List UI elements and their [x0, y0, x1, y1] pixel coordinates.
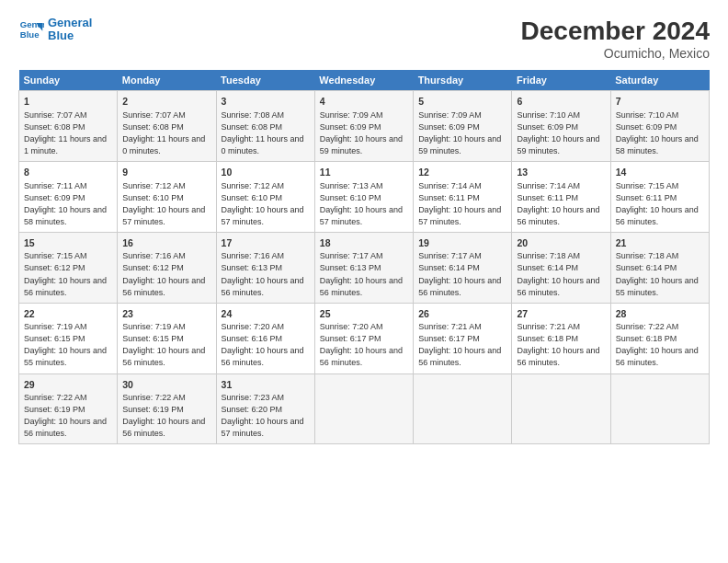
- day-number: 1: [24, 95, 112, 109]
- calendar-cell: 20Sunrise: 7:18 AMSunset: 6:14 PMDayligh…: [512, 232, 610, 303]
- calendar-cell: 21Sunrise: 7:18 AMSunset: 6:14 PMDayligh…: [610, 232, 709, 303]
- calendar-cell: 4Sunrise: 7:09 AMSunset: 6:09 PMDaylight…: [314, 91, 413, 162]
- cell-info: Sunrise: 7:09 AMSunset: 6:09 PMDaylight:…: [418, 109, 506, 157]
- title-block: December 2024 Ocumicho, Mexico: [521, 17, 710, 61]
- cell-info: Sunrise: 7:10 AMSunset: 6:09 PMDaylight:…: [616, 109, 704, 157]
- cell-info: Sunrise: 7:12 AMSunset: 6:10 PMDaylight:…: [122, 180, 210, 228]
- svg-text:Blue: Blue: [20, 29, 40, 40]
- day-number: 31: [222, 378, 310, 392]
- cell-info: Sunrise: 7:21 AMSunset: 6:17 PMDaylight:…: [418, 321, 506, 369]
- cell-info: Sunrise: 7:16 AMSunset: 6:12 PMDaylight:…: [122, 250, 210, 298]
- day-number: 28: [616, 307, 704, 321]
- calendar-week-2: 8Sunrise: 7:11 AMSunset: 6:09 PMDaylight…: [19, 161, 710, 232]
- col-wednesday: Wednesday: [314, 70, 413, 91]
- calendar-cell: [512, 373, 610, 444]
- cell-info: Sunrise: 7:20 AMSunset: 6:17 PMDaylight:…: [320, 321, 408, 369]
- calendar-cell: 5Sunrise: 7:09 AMSunset: 6:09 PMDaylight…: [414, 91, 512, 162]
- cell-info: Sunrise: 7:12 AMSunset: 6:10 PMDaylight:…: [222, 180, 310, 228]
- cell-info: Sunrise: 7:19 AMSunset: 6:15 PMDaylight:…: [122, 321, 210, 369]
- day-number: 24: [222, 307, 310, 321]
- cell-info: Sunrise: 7:13 AMSunset: 6:10 PMDaylight:…: [320, 180, 408, 228]
- logo: General Blue General Blue: [18, 17, 92, 43]
- calendar-cell: 31Sunrise: 7:23 AMSunset: 6:20 PMDayligh…: [216, 373, 314, 444]
- col-sunday: Sunday: [19, 70, 118, 91]
- day-number: 8: [24, 166, 112, 179]
- calendar-cell: 11Sunrise: 7:13 AMSunset: 6:10 PMDayligh…: [314, 161, 413, 232]
- calendar-cell: 2Sunrise: 7:07 AMSunset: 6:08 PMDaylight…: [118, 91, 216, 162]
- calendar-cell: 9Sunrise: 7:12 AMSunset: 6:10 PMDaylight…: [118, 161, 216, 232]
- day-number: 22: [24, 307, 112, 321]
- cell-info: Sunrise: 7:22 AMSunset: 6:18 PMDaylight:…: [616, 321, 704, 369]
- day-number: 3: [222, 95, 310, 109]
- cell-info: Sunrise: 7:21 AMSunset: 6:18 PMDaylight:…: [517, 321, 605, 369]
- cell-info: Sunrise: 7:20 AMSunset: 6:16 PMDaylight:…: [222, 321, 310, 369]
- cell-info: Sunrise: 7:22 AMSunset: 6:19 PMDaylight:…: [122, 392, 210, 440]
- calendar-cell: 15Sunrise: 7:15 AMSunset: 6:12 PMDayligh…: [19, 232, 118, 303]
- day-number: 15: [24, 236, 112, 250]
- page-title: December 2024: [521, 17, 710, 46]
- calendar-cell: 17Sunrise: 7:16 AMSunset: 6:13 PMDayligh…: [216, 232, 314, 303]
- calendar-cell: 3Sunrise: 7:08 AMSunset: 6:08 PMDaylight…: [216, 91, 314, 162]
- calendar-cell: 16Sunrise: 7:16 AMSunset: 6:12 PMDayligh…: [118, 232, 216, 303]
- calendar-cell: 19Sunrise: 7:17 AMSunset: 6:14 PMDayligh…: [414, 232, 512, 303]
- day-number: 20: [517, 236, 605, 250]
- day-number: 6: [517, 95, 605, 109]
- calendar-cell: 24Sunrise: 7:20 AMSunset: 6:16 PMDayligh…: [216, 303, 314, 373]
- day-number: 18: [320, 236, 408, 250]
- cell-info: Sunrise: 7:10 AMSunset: 6:09 PMDaylight:…: [517, 109, 605, 157]
- calendar-week-5: 29Sunrise: 7:22 AMSunset: 6:19 PMDayligh…: [19, 373, 710, 444]
- cell-info: Sunrise: 7:15 AMSunset: 6:12 PMDaylight:…: [24, 250, 112, 298]
- cell-info: Sunrise: 7:18 AMSunset: 6:14 PMDaylight:…: [517, 250, 605, 298]
- col-thursday: Thursday: [414, 70, 512, 91]
- col-saturday: Saturday: [610, 70, 709, 91]
- calendar-cell: 28Sunrise: 7:22 AMSunset: 6:18 PMDayligh…: [610, 303, 709, 373]
- calendar-cell: 26Sunrise: 7:21 AMSunset: 6:17 PMDayligh…: [414, 303, 512, 373]
- day-number: 23: [122, 307, 210, 321]
- day-number: 25: [320, 307, 408, 321]
- calendar-cell: 12Sunrise: 7:14 AMSunset: 6:11 PMDayligh…: [414, 161, 512, 232]
- day-number: 5: [418, 95, 506, 109]
- day-number: 21: [616, 236, 704, 250]
- calendar-cell: 27Sunrise: 7:21 AMSunset: 6:18 PMDayligh…: [512, 303, 610, 373]
- cell-info: Sunrise: 7:16 AMSunset: 6:13 PMDaylight:…: [222, 250, 310, 298]
- day-number: 30: [122, 378, 210, 392]
- day-number: 10: [222, 166, 310, 179]
- calendar-cell: 10Sunrise: 7:12 AMSunset: 6:10 PMDayligh…: [216, 161, 314, 232]
- day-number: 19: [418, 236, 506, 250]
- cell-info: Sunrise: 7:08 AMSunset: 6:08 PMDaylight:…: [222, 109, 310, 157]
- calendar-cell: 13Sunrise: 7:14 AMSunset: 6:11 PMDayligh…: [512, 161, 610, 232]
- day-number: 17: [222, 236, 310, 250]
- day-number: 27: [517, 307, 605, 321]
- calendar-cell: 22Sunrise: 7:19 AMSunset: 6:15 PMDayligh…: [19, 303, 118, 373]
- day-number: 12: [418, 166, 506, 179]
- calendar-cell: [610, 373, 709, 444]
- header-row: Sunday Monday Tuesday Wednesday Thursday…: [19, 70, 710, 91]
- calendar-cell: 14Sunrise: 7:15 AMSunset: 6:11 PMDayligh…: [610, 161, 709, 232]
- day-number: 11: [320, 166, 408, 179]
- cell-info: Sunrise: 7:23 AMSunset: 6:20 PMDaylight:…: [222, 392, 310, 440]
- cell-info: Sunrise: 7:19 AMSunset: 6:15 PMDaylight:…: [24, 321, 112, 369]
- cell-info: Sunrise: 7:14 AMSunset: 6:11 PMDaylight:…: [418, 180, 506, 228]
- col-friday: Friday: [512, 70, 610, 91]
- cell-info: Sunrise: 7:07 AMSunset: 6:08 PMDaylight:…: [122, 109, 210, 157]
- page: General Blue General Blue December 2024 …: [0, 0, 728, 563]
- day-number: 26: [418, 307, 506, 321]
- calendar-cell: 18Sunrise: 7:17 AMSunset: 6:13 PMDayligh…: [314, 232, 413, 303]
- col-monday: Monday: [118, 70, 216, 91]
- calendar-cell: [414, 373, 512, 444]
- calendar-week-4: 22Sunrise: 7:19 AMSunset: 6:15 PMDayligh…: [19, 303, 710, 373]
- calendar-cell: 6Sunrise: 7:10 AMSunset: 6:09 PMDaylight…: [512, 91, 610, 162]
- header: General Blue General Blue December 2024 …: [18, 17, 710, 61]
- day-number: 29: [24, 378, 112, 392]
- cell-info: Sunrise: 7:17 AMSunset: 6:14 PMDaylight:…: [418, 250, 506, 298]
- calendar-cell: 23Sunrise: 7:19 AMSunset: 6:15 PMDayligh…: [118, 303, 216, 373]
- cell-info: Sunrise: 7:09 AMSunset: 6:09 PMDaylight:…: [320, 109, 408, 157]
- calendar-cell: 30Sunrise: 7:22 AMSunset: 6:19 PMDayligh…: [118, 373, 216, 444]
- cell-info: Sunrise: 7:15 AMSunset: 6:11 PMDaylight:…: [616, 180, 704, 228]
- calendar-cell: 8Sunrise: 7:11 AMSunset: 6:09 PMDaylight…: [19, 161, 118, 232]
- col-tuesday: Tuesday: [216, 70, 314, 91]
- calendar-cell: 25Sunrise: 7:20 AMSunset: 6:17 PMDayligh…: [314, 303, 413, 373]
- logo-text-blue: Blue: [48, 29, 92, 42]
- calendar-week-1: 1Sunrise: 7:07 AMSunset: 6:08 PMDaylight…: [19, 91, 710, 162]
- cell-info: Sunrise: 7:07 AMSunset: 6:08 PMDaylight:…: [24, 109, 112, 157]
